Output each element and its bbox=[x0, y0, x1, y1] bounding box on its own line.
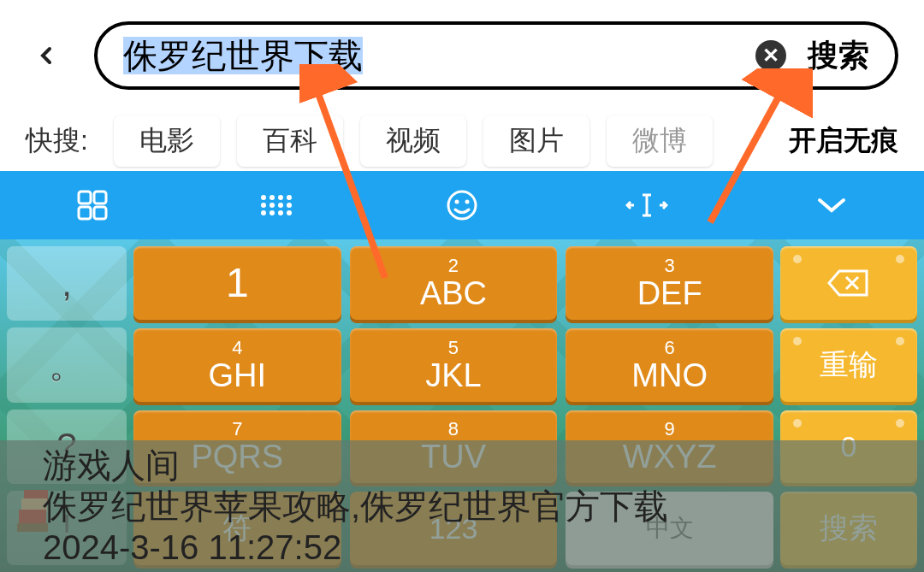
svg-rect-3 bbox=[94, 207, 106, 219]
key-period[interactable]: 。 bbox=[7, 327, 127, 402]
svg-point-11 bbox=[287, 203, 292, 208]
overlay-line2: 侏罗纪世界苹果攻略,侏罗纪世界官方下载 bbox=[43, 486, 881, 527]
watermark-overlay: 游戏人间 侏罗纪世界苹果攻略,侏罗纪世界官方下载 2024-3-16 11:27… bbox=[0, 440, 924, 572]
svg-rect-2 bbox=[79, 207, 91, 219]
svg-rect-0 bbox=[79, 192, 91, 203]
search-input[interactable]: 侏罗纪世界下载 bbox=[123, 32, 755, 80]
overlay-line1: 游戏人间 bbox=[43, 445, 881, 486]
svg-point-8 bbox=[261, 203, 266, 208]
annotation-arrow-1 bbox=[299, 64, 402, 286]
quick-search-label: 快搜: bbox=[26, 122, 88, 160]
svg-rect-1 bbox=[94, 192, 106, 203]
svg-point-5 bbox=[270, 195, 275, 200]
svg-point-18 bbox=[465, 200, 470, 204]
svg-point-7 bbox=[287, 195, 292, 200]
svg-point-14 bbox=[278, 210, 283, 215]
quick-item-weibo[interactable]: 微博 bbox=[607, 115, 713, 167]
quick-item-image[interactable]: 图片 bbox=[483, 115, 589, 167]
svg-point-13 bbox=[270, 210, 275, 215]
key-6-mno[interactable]: 6MNO bbox=[566, 328, 773, 402]
annotation-arrow-2 bbox=[702, 68, 813, 231]
key-retype[interactable]: 重输 bbox=[780, 328, 917, 402]
quick-item-movie[interactable]: 电影 bbox=[114, 115, 220, 167]
svg-point-10 bbox=[278, 203, 283, 208]
ime-apps-icon[interactable] bbox=[0, 171, 185, 239]
search-button[interactable]: 搜索 bbox=[808, 35, 869, 77]
svg-point-4 bbox=[261, 195, 266, 200]
key-comma[interactable]: , bbox=[7, 246, 127, 321]
key-3-def[interactable]: 3DEF bbox=[566, 246, 773, 320]
svg-point-12 bbox=[261, 210, 266, 215]
key-5-jkl[interactable]: 5JKL bbox=[350, 328, 558, 402]
key-backspace[interactable] bbox=[780, 246, 917, 320]
svg-line-20 bbox=[710, 81, 787, 222]
svg-point-6 bbox=[278, 195, 283, 200]
key-4-ghi[interactable]: 4GHI bbox=[133, 328, 341, 402]
clear-icon[interactable]: ✕ bbox=[755, 40, 786, 71]
back-button[interactable] bbox=[26, 34, 68, 77]
svg-point-17 bbox=[455, 200, 459, 204]
overlay-line3: 2024-3-16 11:27:52 bbox=[43, 527, 881, 568]
svg-line-19 bbox=[312, 77, 385, 278]
svg-point-15 bbox=[287, 210, 292, 215]
svg-point-9 bbox=[270, 203, 275, 208]
svg-point-16 bbox=[448, 192, 476, 219]
